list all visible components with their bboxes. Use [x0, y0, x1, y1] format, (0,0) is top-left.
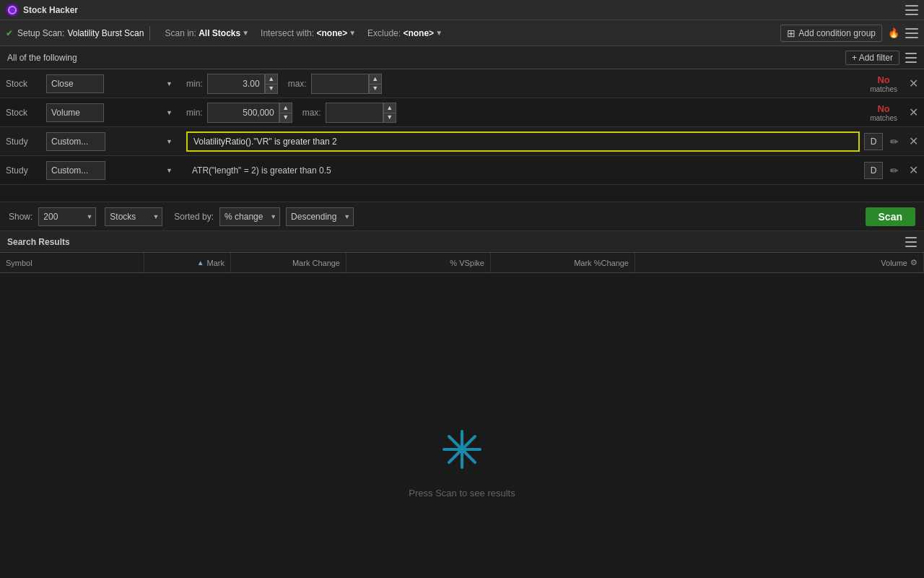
col-header-mark[interactable]: ▲ Mark — [144, 253, 231, 272]
show-label: Show: — [9, 212, 32, 222]
col-header-mark-pct[interactable]: Mark %Change — [491, 253, 635, 272]
min-value-input-1[interactable] — [207, 74, 265, 94]
row-type-study-2: Study — [6, 165, 42, 176]
main-toolbar: ✔ Setup Scan: Volatility Burst Scan Scan… — [0, 20, 924, 46]
min-input-group-1: ▲ ▼ — [207, 74, 278, 94]
col-header-vspike[interactable]: % VSpike — [346, 253, 491, 272]
checkmark-icon: ✔ — [6, 28, 13, 38]
empty-state: Press Scan to see results — [0, 273, 924, 578]
condition-row-study-2: Study Custom... ATR("length" = 2) is gre… — [0, 156, 924, 185]
divider-1 — [149, 26, 150, 40]
show-count-select[interactable]: 200 50 100 500 — [38, 207, 96, 226]
stock-field-select-2[interactable]: Volume Close Open — [46, 103, 176, 122]
max-input-group-2: ▲ ▼ — [326, 103, 396, 123]
study-field-select-1[interactable]: Custom... — [46, 132, 176, 151]
loading-asterisk-icon — [440, 428, 484, 479]
filter-bar: All of the following + Add filter — [0, 46, 924, 69]
max-value-input-2[interactable] — [326, 103, 383, 123]
exclude-label: Exclude: — [367, 28, 401, 38]
max-spinner-up-1[interactable]: ▲ — [369, 74, 382, 84]
col-header-symbol[interactable]: Symbol — [0, 253, 144, 272]
toolbar-right: ⊞ Add condition group 🔥 — [780, 25, 918, 42]
max-spinner-2: ▲ ▼ — [383, 103, 396, 123]
add-condition-group-button[interactable]: ⊞ Add condition group — [780, 25, 882, 42]
search-results-header: Search Results — [0, 231, 924, 253]
title-bar-menu — [905, 5, 918, 15]
study-condition-text-2: ATR("length" = 2) is greater than 0.5 — [186, 163, 860, 178]
condition-row-stock-volume: Stock Volume Close Open min: ▲ ▼ max: ▲ … — [0, 98, 924, 127]
close-condition-2[interactable]: ✕ — [909, 105, 918, 119]
study-edit-button-1[interactable]: ✏ — [887, 136, 902, 147]
no-matches-text-2: No — [877, 103, 889, 114]
max-value-input-1[interactable] — [311, 74, 369, 94]
svg-point-0 — [9, 7, 16, 14]
min-input-group-2: ▲ ▼ — [207, 103, 292, 123]
add-condition-label: Add condition group — [798, 28, 876, 38]
min-label-1: min: — [186, 79, 203, 89]
scan-name[interactable]: Volatility Burst Scan — [67, 28, 144, 38]
app-icon — [6, 4, 19, 17]
close-condition-4[interactable]: ✕ — [909, 163, 918, 177]
close-condition-1[interactable]: ✕ — [909, 77, 918, 90]
empty-state-text: Press Scan to see results — [409, 488, 515, 499]
no-matches-box-1: No matches — [870, 74, 897, 93]
scan-in-arrow[interactable]: ▼ — [242, 29, 249, 37]
intersect-label: Intersect with: — [261, 28, 314, 38]
study-condition-input-1[interactable] — [186, 131, 860, 152]
filter-bar-menu-icon[interactable] — [905, 53, 917, 63]
spacer-row — [0, 185, 924, 202]
scan-in-section: Scan in: All Stocks ▼ — [165, 28, 249, 38]
min-spinner-2: ▲ ▼ — [279, 103, 292, 123]
exclude-value[interactable]: <none> — [403, 28, 434, 38]
exclude-arrow[interactable]: ▼ — [435, 29, 443, 37]
max-spinner-down-1[interactable]: ▼ — [369, 84, 382, 94]
no-matches-sub-1: matches — [870, 85, 897, 93]
min-spinner-up-2[interactable]: ▲ — [279, 103, 292, 113]
condition-row-study-1: Study Custom... D ✏ ✕ — [0, 127, 924, 156]
max-spinner-down-2[interactable]: ▼ — [383, 113, 396, 123]
min-label-2: min: — [186, 108, 203, 118]
sort-by-select[interactable]: % change Volume Mark Symbol — [219, 207, 280, 226]
sorted-by-label: Sorted by: — [174, 212, 214, 222]
row-type-stock-2: Stock — [6, 108, 42, 118]
intersect-arrow[interactable]: ▼ — [349, 29, 356, 37]
max-label-2: max: — [302, 108, 321, 118]
app-title: Stock Hacker — [23, 5, 78, 15]
menu-icon[interactable] — [905, 5, 918, 15]
fire-icon[interactable]: 🔥 — [888, 27, 899, 38]
study-field-select-2[interactable]: Custom... — [46, 161, 176, 180]
results-table-header: Symbol ▲ Mark Mark Change % VSpike Mark … — [0, 253, 924, 273]
max-input-group-1: ▲ ▼ — [311, 74, 382, 94]
min-value-input-2[interactable] — [207, 103, 279, 123]
toolbar-menu-icon[interactable] — [905, 28, 918, 38]
col-settings-icon[interactable]: ⚙ — [910, 258, 918, 267]
min-spinner-up-1[interactable]: ▲ — [265, 74, 278, 84]
min-spinner-down-1[interactable]: ▼ — [265, 84, 278, 94]
col-header-mark-change[interactable]: Mark Change — [231, 253, 346, 272]
study-d-button-2[interactable]: D — [864, 162, 883, 179]
study-edit-button-2[interactable]: ✏ — [887, 165, 902, 176]
no-matches-sub-2: matches — [870, 114, 897, 122]
add-filter-label: + Add filter — [852, 53, 893, 63]
max-spinner-1: ▲ ▼ — [369, 74, 382, 94]
add-filter-button[interactable]: + Add filter — [845, 51, 899, 65]
col-header-volume[interactable]: Volume ⚙ — [635, 253, 924, 272]
scan-in-label: Scan in: — [165, 28, 196, 38]
close-condition-3[interactable]: ✕ — [909, 134, 918, 148]
results-menu-icon[interactable] — [905, 237, 917, 247]
exclude-section: Exclude: <none> ▼ — [367, 28, 443, 38]
stock-field-select-1[interactable]: Close Volume Open High Low — [46, 74, 176, 93]
sort-order-select[interactable]: Descending Ascending — [286, 207, 354, 226]
no-matches-text-1: No — [877, 74, 889, 85]
row-type-stock-1: Stock — [6, 79, 42, 89]
row-type-study-1: Study — [6, 137, 42, 147]
add-condition-icon: ⊞ — [787, 27, 796, 39]
max-spinner-up-2[interactable]: ▲ — [383, 103, 396, 113]
asset-type-select[interactable]: Stocks ETFs Funds Indices — [105, 207, 162, 226]
intersect-value[interactable]: <none> — [316, 28, 347, 38]
min-spinner-down-2[interactable]: ▼ — [279, 113, 292, 123]
scan-in-value[interactable]: All Stocks — [199, 28, 240, 38]
setup-label: Setup Scan: — [17, 28, 64, 38]
scan-button[interactable]: Scan — [866, 207, 915, 226]
study-d-button-1[interactable]: D — [864, 133, 883, 150]
